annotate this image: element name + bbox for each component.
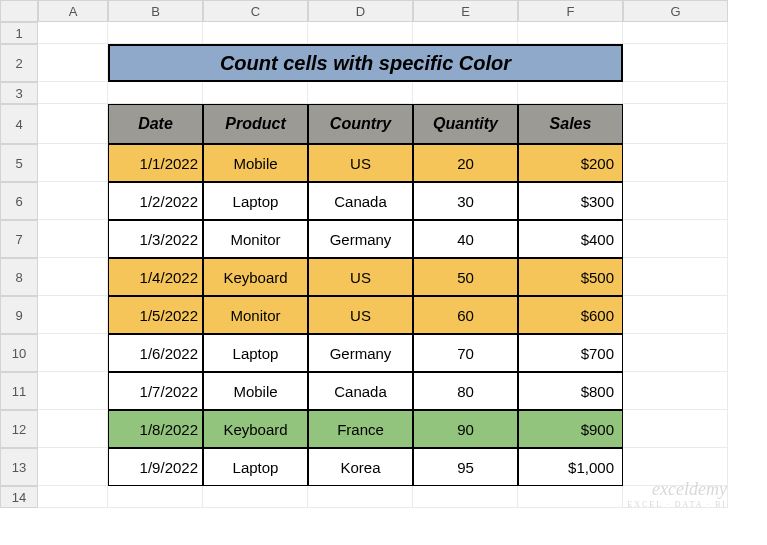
- cell[interactable]: [38, 372, 108, 410]
- cell-country[interactable]: Germany: [308, 220, 413, 258]
- cell-date[interactable]: 1/2/2022: [108, 182, 203, 220]
- cell[interactable]: [203, 486, 308, 508]
- cell-date[interactable]: 1/9/2022: [108, 448, 203, 486]
- cell[interactable]: [108, 82, 203, 104]
- cell-sales[interactable]: $500: [518, 258, 623, 296]
- cell-country[interactable]: Canada: [308, 182, 413, 220]
- cell-date[interactable]: 1/3/2022: [108, 220, 203, 258]
- row-head-9[interactable]: 9: [0, 296, 38, 334]
- col-head-e[interactable]: E: [413, 0, 518, 22]
- cell[interactable]: [518, 22, 623, 44]
- row-head-3[interactable]: 3: [0, 82, 38, 104]
- row-head-8[interactable]: 8: [0, 258, 38, 296]
- cell-quantity[interactable]: 95: [413, 448, 518, 486]
- col-head-b[interactable]: B: [108, 0, 203, 22]
- cell-date[interactable]: 1/4/2022: [108, 258, 203, 296]
- row-head-13[interactable]: 13: [0, 448, 38, 486]
- title-cell[interactable]: Count cells with specific Color: [108, 44, 623, 82]
- cell-quantity[interactable]: 70: [413, 334, 518, 372]
- cell-sales[interactable]: $200: [518, 144, 623, 182]
- header-date[interactable]: Date: [108, 104, 203, 144]
- cell[interactable]: [623, 104, 728, 144]
- cell[interactable]: [38, 82, 108, 104]
- cell-date[interactable]: 1/8/2022: [108, 410, 203, 448]
- cell-product[interactable]: Laptop: [203, 448, 308, 486]
- cell-product[interactable]: Keyboard: [203, 258, 308, 296]
- cell-quantity[interactable]: 90: [413, 410, 518, 448]
- cell[interactable]: [413, 22, 518, 44]
- cell-quantity[interactable]: 40: [413, 220, 518, 258]
- col-head-g[interactable]: G: [623, 0, 728, 22]
- cell[interactable]: [623, 82, 728, 104]
- cell[interactable]: [38, 258, 108, 296]
- cell[interactable]: [623, 334, 728, 372]
- header-sales[interactable]: Sales: [518, 104, 623, 144]
- cell[interactable]: [38, 220, 108, 258]
- cell-sales[interactable]: $400: [518, 220, 623, 258]
- cell-quantity[interactable]: 50: [413, 258, 518, 296]
- cell[interactable]: [413, 82, 518, 104]
- header-quantity[interactable]: Quantity: [413, 104, 518, 144]
- cell-country[interactable]: France: [308, 410, 413, 448]
- cell-country[interactable]: Germany: [308, 334, 413, 372]
- cell[interactable]: [623, 22, 728, 44]
- row-head-14[interactable]: 14: [0, 486, 38, 508]
- row-head-11[interactable]: 11: [0, 372, 38, 410]
- cell[interactable]: [308, 22, 413, 44]
- cell-country[interactable]: US: [308, 296, 413, 334]
- cell-quantity[interactable]: 60: [413, 296, 518, 334]
- cell[interactable]: [38, 448, 108, 486]
- cell[interactable]: [38, 104, 108, 144]
- cell-date[interactable]: 1/6/2022: [108, 334, 203, 372]
- cell[interactable]: [38, 44, 108, 82]
- cell[interactable]: [623, 258, 728, 296]
- cell[interactable]: [108, 486, 203, 508]
- cell[interactable]: [108, 22, 203, 44]
- cell-product[interactable]: Mobile: [203, 372, 308, 410]
- cell-country[interactable]: US: [308, 258, 413, 296]
- row-head-2[interactable]: 2: [0, 44, 38, 82]
- cell[interactable]: [38, 410, 108, 448]
- cell-sales[interactable]: $300: [518, 182, 623, 220]
- col-head-c[interactable]: C: [203, 0, 308, 22]
- cell[interactable]: [203, 22, 308, 44]
- row-head-10[interactable]: 10: [0, 334, 38, 372]
- cell[interactable]: [413, 486, 518, 508]
- cell[interactable]: [308, 486, 413, 508]
- cell-product[interactable]: Laptop: [203, 334, 308, 372]
- select-all-corner[interactable]: [0, 0, 38, 22]
- header-country[interactable]: Country: [308, 104, 413, 144]
- cell-product[interactable]: Monitor: [203, 296, 308, 334]
- cell[interactable]: [38, 334, 108, 372]
- cell[interactable]: [623, 220, 728, 258]
- col-head-a[interactable]: A: [38, 0, 108, 22]
- col-head-d[interactable]: D: [308, 0, 413, 22]
- cell-product[interactable]: Monitor: [203, 220, 308, 258]
- cell[interactable]: [623, 144, 728, 182]
- cell-country[interactable]: US: [308, 144, 413, 182]
- cell-date[interactable]: 1/5/2022: [108, 296, 203, 334]
- cell-product[interactable]: Keyboard: [203, 410, 308, 448]
- cell-product[interactable]: Laptop: [203, 182, 308, 220]
- cell-quantity[interactable]: 20: [413, 144, 518, 182]
- header-product[interactable]: Product: [203, 104, 308, 144]
- cell-product[interactable]: Mobile: [203, 144, 308, 182]
- cell[interactable]: [623, 44, 728, 82]
- cell-quantity[interactable]: 80: [413, 372, 518, 410]
- row-head-7[interactable]: 7: [0, 220, 38, 258]
- cell[interactable]: [38, 144, 108, 182]
- cell[interactable]: [308, 82, 413, 104]
- cell[interactable]: [623, 486, 728, 508]
- cell[interactable]: [38, 486, 108, 508]
- cell[interactable]: [623, 372, 728, 410]
- cell[interactable]: [518, 82, 623, 104]
- cell[interactable]: [623, 448, 728, 486]
- cell-sales[interactable]: $600: [518, 296, 623, 334]
- cell-quantity[interactable]: 30: [413, 182, 518, 220]
- row-head-12[interactable]: 12: [0, 410, 38, 448]
- cell-sales[interactable]: $1,000: [518, 448, 623, 486]
- cell-sales[interactable]: $800: [518, 372, 623, 410]
- cell[interactable]: [518, 486, 623, 508]
- cell-country[interactable]: Korea: [308, 448, 413, 486]
- cell[interactable]: [623, 410, 728, 448]
